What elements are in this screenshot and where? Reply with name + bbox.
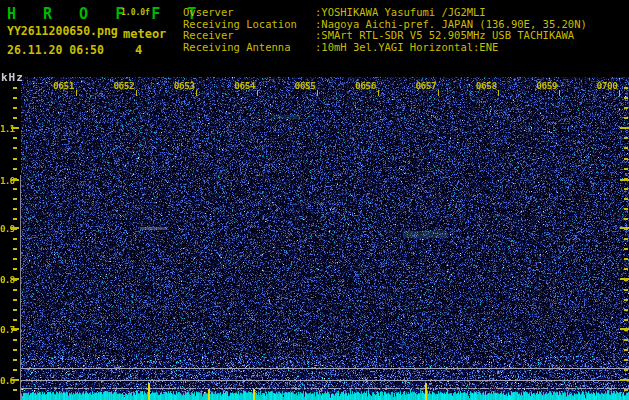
- time-label: 0656: [355, 80, 376, 91]
- freq-major-tick: [620, 127, 629, 129]
- mode-label: meteor: [123, 27, 166, 41]
- time-tick: [136, 90, 137, 96]
- time-tick: [257, 90, 258, 96]
- time-tick: [317, 90, 318, 96]
- meteor-count: 4: [135, 43, 142, 57]
- time-label: 0657: [415, 80, 436, 91]
- app-title: H R O F F T: [7, 5, 205, 23]
- time-label: 0700: [597, 80, 618, 91]
- info-row-value: :10mH 3el.YAGI Horizontal:ENE: [315, 41, 498, 53]
- freq-major-tick: [620, 379, 629, 381]
- info-row-value: :SMArt RTL-SDR V5 52.905MHz USB TACHIKAW…: [315, 29, 574, 41]
- freq-major-tick: [11, 127, 19, 129]
- time-tick: [498, 90, 499, 96]
- freq-major-tick: [620, 227, 629, 229]
- time-label: 0651: [53, 80, 74, 91]
- time-label: 0652: [113, 80, 134, 91]
- freq-major-tick: [11, 379, 19, 381]
- freq-major-tick: [620, 278, 629, 280]
- freq-major-tick: [11, 328, 19, 330]
- time-tick: [619, 90, 620, 96]
- left-edge-reference-line: [20, 175, 21, 400]
- freq-major-tick: [620, 328, 629, 330]
- time-tick: [76, 90, 77, 96]
- freq-major-tick: [11, 227, 19, 229]
- info-row-value: :YOSHIKAWA Yasufumi /JG2MLI: [315, 6, 486, 18]
- time-label: 0654: [234, 80, 255, 91]
- info-row-label: Receiver: [183, 30, 315, 42]
- spectrogram-canvas: [21, 77, 629, 400]
- time-tick: [196, 90, 197, 96]
- time-tick: [378, 90, 379, 96]
- time-label: 0655: [295, 80, 316, 91]
- time-tick: [438, 90, 439, 96]
- station-info-block: Ovserver:YOSHIKAWA Yasufumi /JG2MLIRecei…: [183, 7, 587, 53]
- freq-minor-ticks-right: [624, 87, 628, 393]
- freq-major-tick: [11, 278, 19, 280]
- time-label: 0653: [174, 80, 195, 91]
- freq-major-tick: [620, 179, 629, 181]
- info-row: Receiving Antenna:10mH 3el.YAGI Horizont…: [183, 42, 587, 54]
- info-row-label: Ovserver: [183, 7, 315, 19]
- filename-label: YY2611200650.png: [7, 24, 118, 38]
- freq-major-tick: [11, 179, 19, 181]
- time-tick: [559, 90, 560, 96]
- version-label: 1.0.0f: [121, 8, 150, 17]
- time-label: 0659: [536, 80, 557, 91]
- freq-unit-label: kHz: [1, 71, 24, 84]
- time-label: 0658: [476, 80, 497, 91]
- info-row-label: Receiving Antenna: [183, 42, 315, 54]
- info-row-value: :Nagoya Aichi-pref. JAPAN (136.90E, 35.2…: [315, 18, 587, 30]
- datetime-label: 26.11.20 06:50: [7, 43, 104, 57]
- hrofft-screen: H R O F F T 1.0.0f YY2611200650.png mete…: [0, 0, 629, 400]
